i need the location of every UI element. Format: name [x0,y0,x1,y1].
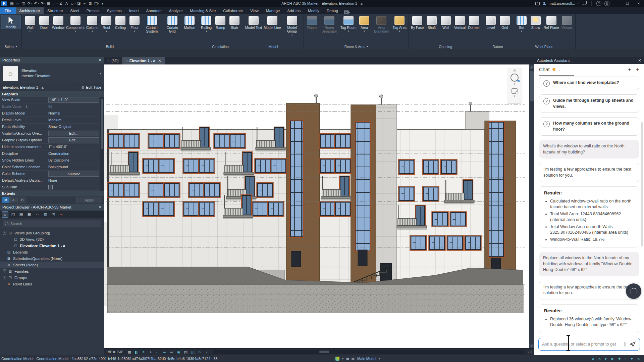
new-features-icon[interactable]: ✦ [628,67,631,72]
show-crop-region-icon[interactable]: ▦ [126,350,133,354]
expand-icon[interactable]: − [3,231,6,235]
crop-view-icon[interactable]: ⌐ [154,350,161,354]
curtain-system-button[interactable]: Curtain System [142,15,162,34]
properties-close-icon[interactable]: ✕ [99,58,102,62]
property-text[interactable]: 1" = 400'-0" [48,145,67,149]
floor-chevron-icon[interactable]: ▾ [134,30,135,33]
tab-analyze[interactable]: Analyze [165,7,186,14]
crop-region-visible-icon[interactable]: ⌙ [161,350,168,354]
panel-label-build[interactable]: Build [22,44,198,49]
worksharing-display-icon[interactable] [335,357,339,361]
tab-structure[interactable]: Structure [44,7,67,14]
main-model-label[interactable]: Main Model [357,357,376,361]
grid-button[interactable]: Grid [498,15,512,30]
tab-debug[interactable]: Debug [323,7,342,14]
gear-icon[interactable]: ⚙ [513,69,516,72]
set-button[interactable]: Set▾ [515,15,528,33]
panel-label-opening[interactable]: Opening [409,44,482,49]
switch-open-windows-icon-chevron[interactable]: ▾ [98,2,100,5]
send-button[interactable] [628,340,637,349]
measure-icon-chevron[interactable]: ▾ [57,2,58,5]
property-text[interactable]: Medium [48,118,61,122]
component-chevron-icon[interactable]: ▾ [75,30,76,33]
customize-qat-icon[interactable]: ▾ [100,1,105,6]
tag-room-chevron-icon[interactable]: ▾ [348,30,349,33]
switch-windows-icon[interactable]: ▤ [9,1,15,6]
section-icon[interactable]: ◪ [76,1,82,6]
thin-lines-icon[interactable]: ≡ [82,1,88,6]
shadows-icon[interactable]: ◑ [147,350,154,354]
links-status-icon[interactable]: ∞ [592,357,594,361]
tag-area-button[interactable]: Tag Area▾ [392,15,407,33]
vertical-scrollbar[interactable]: ▴ ▾ [529,64,534,349]
close-button[interactable]: ✕ [635,2,643,5]
scroll-down-icon[interactable]: ▾ [529,344,534,349]
property-button[interactable]: Edit... [48,131,99,136]
vertical-scroll-thumb[interactable] [530,71,534,101]
property-text[interactable]: Background [48,165,68,169]
properties-scrollbar[interactable] [100,97,104,191]
tab-manage[interactable]: Manage [262,7,284,14]
help-icon[interactable]: ? [596,1,601,6]
active-workset-icon[interactable]: ▦ [346,357,349,361]
panel-label-room-area[interactable]: Room & Area▾ [304,44,409,49]
tab-precast[interactable]: Precast [83,7,103,14]
selection-circle-icon[interactable]: ◌ [625,357,627,361]
view-tab-close-icon[interactable]: ✕ [158,58,161,63]
panel-label-work-plane[interactable]: Work Plane [513,44,575,49]
chat-chevron-icon[interactable]: ⌄ [558,68,561,71]
tag-area-chevron-icon[interactable]: ▾ [399,30,400,33]
tree-item-groups[interactable]: +◳Groups [0,274,104,281]
tab-massing-site[interactable]: Massing & Site [186,7,220,14]
tab-steel[interactable]: Steel [67,7,83,14]
new-chat-icon[interactable]: + [636,66,639,73]
text-icon[interactable]: A [64,1,69,6]
component-button[interactable]: Component▾ [65,15,85,33]
tree-item-revit-links[interactable]: ∞Revit Links [0,281,104,287]
model-group-button[interactable]: Model Group▾ [282,15,302,37]
tree-item-3d-view-3d[interactable]: ▢3D View: {3D} [0,236,104,242]
wall-chevron-icon[interactable]: ▾ [30,30,31,33]
editable-only-icon[interactable]: ▤ [351,357,354,361]
recording-toolbar[interactable]: ▶▾ [344,10,351,14]
tree-item-views-no-grouping[interactable]: −◰Views (No Grouping) [0,230,104,236]
panel-label-model[interactable]: Model [243,44,304,49]
property-button[interactable]: Edit... [48,137,99,143]
show-button[interactable]: Show [529,15,542,30]
wheel-chevron-icon[interactable]: ▾ [514,82,516,86]
view-tab-elevation-1-a[interactable]: ⌂Elevation 1 - a✕ [122,57,165,64]
temporary-view-properties-icon[interactable]: ▤ [182,350,189,354]
tab-architecture[interactable]: Architecture [16,7,44,14]
user-avatar-icon[interactable] [543,2,546,5]
property-text[interactable]: By Discipline [48,158,69,162]
press-drag-icon[interactable]: ➤ [605,357,607,361]
area-chevron-icon[interactable]: ▾ [364,30,365,33]
instance-chevron-icon[interactable]: ⌄ [77,86,80,89]
roof-chevron-icon[interactable]: ▾ [106,30,107,33]
assistant-launcher[interactable] [626,283,641,299]
floor-button[interactable]: Floor▾ [128,15,142,33]
roof-button[interactable]: Roof▾ [100,15,113,33]
displacement-icon[interactable]: ◫ [189,350,196,354]
tree-item-families[interactable]: +▥Families [0,268,104,274]
undo-icon-chevron[interactable]: ▾ [38,2,39,5]
visual-style-icon[interactable]: ◧ [133,350,140,354]
reveal-constraints-icon[interactable]: ⌲ [196,350,203,354]
prompt-card[interactable]: ?Guide me through setting up sheets and … [539,94,639,113]
view-scale-button[interactable]: 1/8" = 1'-0" [104,350,126,354]
redo-icon-chevron[interactable]: ▾ [44,2,46,5]
area-button[interactable]: Area▾ [357,15,371,33]
qat-toolbar[interactable]: R▤▱◫⟳▾↶▾↷▾▦↔▾∡A⌂▾◪≡⊠◳▾▾ [1,1,105,6]
app-store-cart-icon[interactable] [582,1,587,4]
tab-add-ins[interactable]: Add-Ins [283,7,304,14]
edit-type-button[interactable]: Edit Type [86,85,101,89]
door-button[interactable]: Door [37,15,51,30]
select-panel-label[interactable]: Select▾ [0,44,21,49]
ref-plane-button[interactable]: Ref Plane [543,15,559,30]
view-tab-3d[interactable]: ⌂{3D} [104,57,122,64]
railing-button[interactable]: Railing▾ [200,15,213,33]
search-input[interactable]: Search [3,220,101,227]
tab-insert[interactable]: Insert [125,7,143,14]
tab-modify[interactable]: Modify [304,7,323,14]
workset-chevron-icon[interactable]: ▾ [342,357,343,360]
